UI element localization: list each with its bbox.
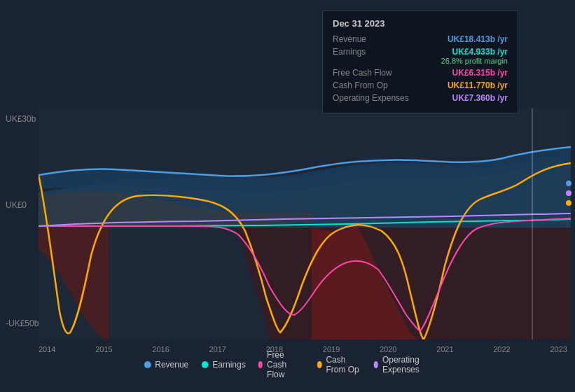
x-label-2021: 2021 [436,345,453,354]
tooltip-value-opex: UK£7.360b /yr [452,93,508,103]
tooltip-row-revenue: Revenue UK£18.413b /yr [333,34,508,44]
x-label-2022: 2022 [493,345,510,354]
chart-svg [39,108,571,340]
legend-item-revenue[interactable]: Revenue [144,360,188,370]
tooltip-label-cashfromop: Cash From Op [333,80,388,90]
legend-dot-fcf [258,361,263,368]
y-label-30b: UK£30b [6,114,36,124]
tooltip-row-cashfromop: Cash From Op UK£11.770b /yr [333,80,508,90]
tooltip-value-revenue: UK£18.413b /yr [448,34,508,44]
right-dot-cashfromop [566,200,571,206]
y-label-neg50b: -UK£50b [6,318,39,328]
legend-dot-revenue [144,361,151,368]
tooltip-date: Dec 31 2023 [333,18,508,29]
tooltip-value-cashfromop: UK£11.770b /yr [448,80,508,90]
tooltip-label-revenue: Revenue [333,34,366,44]
tooltip-label-fcf: Free Cash Flow [333,68,392,78]
tooltip-label-opex: Operating Expenses [333,93,409,103]
chart-area [39,108,571,340]
profit-margin: 26.8% profit margin [441,57,508,65]
tooltip-label-earnings: Earnings [333,47,366,57]
tooltip-row-fcf: Free Cash Flow UK£6.315b /yr [333,68,508,78]
legend-dot-opex [374,361,378,368]
right-indicators [566,181,571,206]
chart-container: Dec 31 2023 Revenue UK£18.413b /yr Earni… [0,0,575,392]
x-label-2014: 2014 [39,345,55,354]
legend-label-revenue: Revenue [155,360,188,370]
legend-label-opex: Operating Expenses [382,355,431,374]
legend-item-cashfromop[interactable]: Cash From Op [317,355,361,374]
legend-label-cashfromop: Cash From Op [326,355,361,374]
legend-dot-earnings [201,361,208,368]
legend-item-fcf[interactable]: Free Cash Flow [258,350,305,379]
legend-item-opex[interactable]: Operating Expenses [374,355,431,374]
x-label-2015: 2015 [95,345,112,354]
legend-label-fcf: Free Cash Flow [267,350,305,379]
legend-item-earnings[interactable]: Earnings [201,360,245,370]
x-label-2023: 2023 [550,345,567,354]
tooltip-value-earnings: UK£4.933b /yr [452,47,508,57]
tooltip-box: Dec 31 2023 Revenue UK£18.413b /yr Earni… [322,10,518,113]
legend-dot-cashfromop [317,361,321,368]
legend: Revenue Earnings Free Cash Flow Cash Fro… [144,350,431,379]
tooltip-value-fcf: UK£6.315b /yr [452,68,508,78]
tooltip-row-opex: Operating Expenses UK£7.360b /yr [333,93,508,103]
right-dot-opex [566,190,571,196]
legend-label-earnings: Earnings [212,360,245,370]
y-label-0: UK£0 [6,200,27,210]
tooltip-row-earnings: Earnings UK£4.933b /yr 26.8% profit marg… [333,47,508,65]
right-dot-revenue [566,181,571,186]
